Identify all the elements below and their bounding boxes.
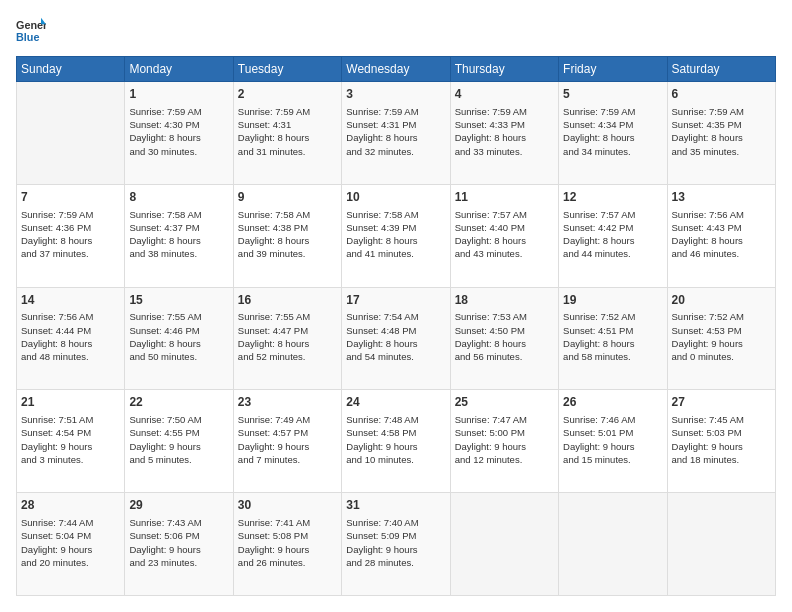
calendar-cell: 24Sunrise: 7:48 AMSunset: 4:58 PMDayligh… xyxy=(342,390,450,493)
day-number: 26 xyxy=(563,394,662,411)
day-number: 20 xyxy=(672,292,771,309)
daylight-text-cont: and 23 minutes. xyxy=(129,556,228,569)
page: General Blue SundayMondayTuesdayWednesda… xyxy=(0,0,792,612)
daylight-text-cont: and 31 minutes. xyxy=(238,145,337,158)
daylight-text-cont: and 33 minutes. xyxy=(455,145,554,158)
calendar-cell: 10Sunrise: 7:58 AMSunset: 4:39 PMDayligh… xyxy=(342,184,450,287)
sunset-text: Sunset: 5:09 PM xyxy=(346,529,445,542)
weekday-header: Saturday xyxy=(667,57,775,82)
calendar-week-row: 14Sunrise: 7:56 AMSunset: 4:44 PMDayligh… xyxy=(17,287,776,390)
calendar-cell xyxy=(559,493,667,596)
calendar-cell: 19Sunrise: 7:52 AMSunset: 4:51 PMDayligh… xyxy=(559,287,667,390)
sunrise-text: Sunrise: 7:59 AM xyxy=(563,105,662,118)
daylight-text: Daylight: 9 hours xyxy=(129,440,228,453)
sunrise-text: Sunrise: 7:50 AM xyxy=(129,413,228,426)
calendar-cell: 9Sunrise: 7:58 AMSunset: 4:38 PMDaylight… xyxy=(233,184,341,287)
daylight-text-cont: and 3 minutes. xyxy=(21,453,120,466)
day-number: 9 xyxy=(238,189,337,206)
calendar-week-row: 7Sunrise: 7:59 AMSunset: 4:36 PMDaylight… xyxy=(17,184,776,287)
calendar-week-row: 21Sunrise: 7:51 AMSunset: 4:54 PMDayligh… xyxy=(17,390,776,493)
sunrise-text: Sunrise: 7:59 AM xyxy=(238,105,337,118)
calendar-cell: 21Sunrise: 7:51 AMSunset: 4:54 PMDayligh… xyxy=(17,390,125,493)
calendar-cell: 26Sunrise: 7:46 AMSunset: 5:01 PMDayligh… xyxy=(559,390,667,493)
daylight-text-cont: and 46 minutes. xyxy=(672,247,771,260)
weekday-header-row: SundayMondayTuesdayWednesdayThursdayFrid… xyxy=(17,57,776,82)
sunset-text: Sunset: 5:06 PM xyxy=(129,529,228,542)
daylight-text-cont: and 34 minutes. xyxy=(563,145,662,158)
daylight-text: Daylight: 9 hours xyxy=(672,337,771,350)
calendar-cell: 18Sunrise: 7:53 AMSunset: 4:50 PMDayligh… xyxy=(450,287,558,390)
daylight-text-cont: and 30 minutes. xyxy=(129,145,228,158)
day-number: 30 xyxy=(238,497,337,514)
daylight-text-cont: and 37 minutes. xyxy=(21,247,120,260)
sunset-text: Sunset: 4:51 PM xyxy=(563,324,662,337)
calendar-cell: 25Sunrise: 7:47 AMSunset: 5:00 PMDayligh… xyxy=(450,390,558,493)
sunrise-text: Sunrise: 7:58 AM xyxy=(238,208,337,221)
calendar-cell: 30Sunrise: 7:41 AMSunset: 5:08 PMDayligh… xyxy=(233,493,341,596)
daylight-text: Daylight: 8 hours xyxy=(238,131,337,144)
daylight-text: Daylight: 8 hours xyxy=(346,131,445,144)
daylight-text: Daylight: 8 hours xyxy=(21,337,120,350)
sunrise-text: Sunrise: 7:40 AM xyxy=(346,516,445,529)
daylight-text: Daylight: 8 hours xyxy=(346,337,445,350)
daylight-text-cont: and 48 minutes. xyxy=(21,350,120,363)
day-number: 22 xyxy=(129,394,228,411)
sunset-text: Sunset: 4:30 PM xyxy=(129,118,228,131)
sunrise-text: Sunrise: 7:58 AM xyxy=(346,208,445,221)
calendar-cell: 6Sunrise: 7:59 AMSunset: 4:35 PMDaylight… xyxy=(667,82,775,185)
day-number: 24 xyxy=(346,394,445,411)
calendar-cell: 15Sunrise: 7:55 AMSunset: 4:46 PMDayligh… xyxy=(125,287,233,390)
daylight-text-cont: and 56 minutes. xyxy=(455,350,554,363)
daylight-text-cont: and 35 minutes. xyxy=(672,145,771,158)
calendar-cell: 28Sunrise: 7:44 AMSunset: 5:04 PMDayligh… xyxy=(17,493,125,596)
daylight-text-cont: and 32 minutes. xyxy=(346,145,445,158)
sunset-text: Sunset: 4:36 PM xyxy=(21,221,120,234)
sunset-text: Sunset: 4:38 PM xyxy=(238,221,337,234)
calendar-cell: 5Sunrise: 7:59 AMSunset: 4:34 PMDaylight… xyxy=(559,82,667,185)
day-number: 10 xyxy=(346,189,445,206)
calendar-cell: 1Sunrise: 7:59 AMSunset: 4:30 PMDaylight… xyxy=(125,82,233,185)
day-number: 11 xyxy=(455,189,554,206)
day-number: 12 xyxy=(563,189,662,206)
daylight-text: Daylight: 8 hours xyxy=(455,337,554,350)
sunset-text: Sunset: 4:31 PM xyxy=(346,118,445,131)
daylight-text-cont: and 7 minutes. xyxy=(238,453,337,466)
calendar-cell: 13Sunrise: 7:56 AMSunset: 4:43 PMDayligh… xyxy=(667,184,775,287)
sunset-text: Sunset: 5:03 PM xyxy=(672,426,771,439)
calendar-cell: 16Sunrise: 7:55 AMSunset: 4:47 PMDayligh… xyxy=(233,287,341,390)
sunrise-text: Sunrise: 7:59 AM xyxy=(455,105,554,118)
weekday-header: Wednesday xyxy=(342,57,450,82)
calendar-cell: 22Sunrise: 7:50 AMSunset: 4:55 PMDayligh… xyxy=(125,390,233,493)
day-number: 3 xyxy=(346,86,445,103)
sunset-text: Sunset: 4:46 PM xyxy=(129,324,228,337)
sunrise-text: Sunrise: 7:43 AM xyxy=(129,516,228,529)
daylight-text: Daylight: 8 hours xyxy=(672,234,771,247)
calendar-cell: 20Sunrise: 7:52 AMSunset: 4:53 PMDayligh… xyxy=(667,287,775,390)
sunset-text: Sunset: 4:48 PM xyxy=(346,324,445,337)
sunrise-text: Sunrise: 7:55 AM xyxy=(238,310,337,323)
sunset-text: Sunset: 4:34 PM xyxy=(563,118,662,131)
calendar-week-row: 28Sunrise: 7:44 AMSunset: 5:04 PMDayligh… xyxy=(17,493,776,596)
daylight-text: Daylight: 9 hours xyxy=(238,543,337,556)
sunrise-text: Sunrise: 7:48 AM xyxy=(346,413,445,426)
day-number: 15 xyxy=(129,292,228,309)
daylight-text-cont: and 50 minutes. xyxy=(129,350,228,363)
day-number: 27 xyxy=(672,394,771,411)
sunset-text: Sunset: 5:01 PM xyxy=(563,426,662,439)
daylight-text-cont: and 38 minutes. xyxy=(129,247,228,260)
daylight-text: Daylight: 8 hours xyxy=(455,131,554,144)
sunset-text: Sunset: 4:47 PM xyxy=(238,324,337,337)
day-number: 2 xyxy=(238,86,337,103)
weekday-header: Monday xyxy=(125,57,233,82)
daylight-text: Daylight: 9 hours xyxy=(346,543,445,556)
weekday-header: Thursday xyxy=(450,57,558,82)
sunrise-text: Sunrise: 7:46 AM xyxy=(563,413,662,426)
day-number: 18 xyxy=(455,292,554,309)
calendar-cell: 31Sunrise: 7:40 AMSunset: 5:09 PMDayligh… xyxy=(342,493,450,596)
daylight-text: Daylight: 9 hours xyxy=(346,440,445,453)
daylight-text-cont: and 43 minutes. xyxy=(455,247,554,260)
daylight-text: Daylight: 9 hours xyxy=(672,440,771,453)
weekday-header: Tuesday xyxy=(233,57,341,82)
calendar-cell: 29Sunrise: 7:43 AMSunset: 5:06 PMDayligh… xyxy=(125,493,233,596)
calendar-cell: 12Sunrise: 7:57 AMSunset: 4:42 PMDayligh… xyxy=(559,184,667,287)
